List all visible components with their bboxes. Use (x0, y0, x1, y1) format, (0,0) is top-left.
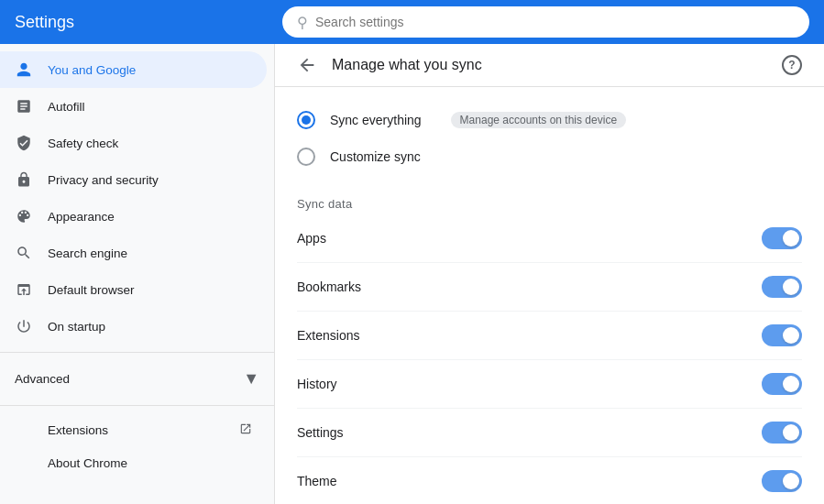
sidebar-item-on-startup[interactable]: On startup (0, 308, 267, 345)
sidebar-item-appearance[interactable]: Appearance (0, 198, 267, 235)
body: You and Google Autofill Safety check Pri… (0, 44, 824, 504)
sync-row-settings: Settings (297, 409, 802, 457)
sidebar-item-extensions[interactable]: Extensions (0, 413, 267, 447)
theme-toggle[interactable] (762, 470, 802, 492)
customize-sync-label: Customize sync (330, 149, 421, 164)
divider (0, 352, 274, 353)
advanced-label: Advanced (15, 372, 228, 386)
web-icon (15, 280, 33, 299)
power-icon (15, 317, 33, 335)
lock-icon (15, 170, 33, 189)
sidebar-item-search-engine[interactable]: Search engine (0, 235, 267, 271)
sync-item-label: Apps (297, 231, 326, 246)
person-icon (15, 60, 33, 79)
sidebar-item-label: Privacy and security (48, 173, 252, 187)
search-bar[interactable]: ⚲ (282, 6, 809, 38)
help-icon[interactable]: ? (782, 55, 802, 75)
sync-row-history: History (297, 360, 802, 409)
sidebar-item-label: You and Google (48, 63, 252, 77)
page-title: Manage what you sync (332, 57, 482, 73)
sync-row-extensions: Extensions (297, 312, 802, 360)
sidebar-item-label: Search engine (48, 247, 252, 260)
apps-toggle[interactable] (762, 227, 802, 249)
back-area: Manage what you sync (297, 55, 482, 75)
sidebar-item-autofill[interactable]: Autofill (0, 88, 267, 125)
sidebar-item-label: Appearance (48, 210, 252, 224)
sync-item-label: Bookmarks (297, 279, 361, 294)
article-icon (15, 97, 33, 115)
sync-options: Sync everything Manage accounts on this … (275, 87, 824, 190)
search-input[interactable] (315, 15, 795, 29)
sidebar-item-label: About Chrome (48, 456, 252, 470)
sync-row-theme: Theme (297, 457, 802, 504)
sidebar-advanced[interactable]: Advanced ▼ (0, 360, 274, 398)
external-link-icon (239, 422, 252, 438)
customize-sync-radio[interactable] (297, 148, 315, 166)
sidebar-item-privacy-security[interactable]: Privacy and security (0, 161, 267, 198)
bookmarks-toggle[interactable] (762, 276, 802, 298)
sidebar: You and Google Autofill Safety check Pri… (0, 44, 275, 504)
extensions-toggle[interactable] (762, 324, 802, 346)
sync-item-label: Extensions (297, 328, 359, 343)
sync-data-title: Sync data (297, 197, 802, 211)
search-icon: ⚲ (297, 14, 308, 31)
sync-item-label: Settings (297, 425, 344, 440)
sidebar-item-about-chrome[interactable]: About Chrome (0, 447, 267, 479)
sidebar-item-label: Extensions (48, 423, 232, 437)
customize-sync-row[interactable]: Customize sync (297, 138, 802, 175)
sidebar-item-safety-check[interactable]: Safety check (0, 125, 267, 161)
settings-toggle[interactable] (762, 422, 802, 444)
palette-icon (15, 207, 33, 225)
sync-item-label: History (297, 377, 337, 391)
sidebar-item-label: Autofill (48, 100, 252, 114)
manage-accounts-tag: Manage accounts on this device (451, 112, 626, 128)
sidebar-item-you-and-google[interactable]: You and Google (0, 51, 267, 88)
sidebar-item-default-browser[interactable]: Default browser (0, 271, 267, 308)
sync-everything-row[interactable]: Sync everything Manage accounts on this … (297, 102, 802, 138)
sync-row-apps: Apps (297, 214, 802, 263)
search-icon (15, 244, 33, 262)
page-header: Manage what you sync ? (275, 44, 824, 87)
main-content: Manage what you sync ? Sync everything M… (275, 44, 824, 504)
history-toggle[interactable] (762, 373, 802, 395)
sync-everything-label: Sync everything (330, 113, 422, 127)
sidebar-item-label: On startup (48, 320, 252, 334)
app-title: Settings (15, 13, 271, 32)
top-bar: Settings ⚲ (0, 0, 824, 44)
back-button[interactable] (297, 55, 317, 75)
chevron-down-icon: ▼ (243, 369, 259, 389)
sidebar-item-label: Default browser (48, 283, 252, 297)
sync-everything-radio[interactable] (297, 111, 315, 129)
sync-row-bookmarks: Bookmarks (297, 263, 802, 312)
sync-item-label: Theme (297, 474, 337, 488)
sidebar-item-label: Safety check (48, 137, 252, 150)
divider (0, 405, 274, 406)
shield-icon (15, 134, 33, 152)
sync-data-section: Sync data Apps Bookmarks Extensions Hist… (275, 190, 824, 504)
